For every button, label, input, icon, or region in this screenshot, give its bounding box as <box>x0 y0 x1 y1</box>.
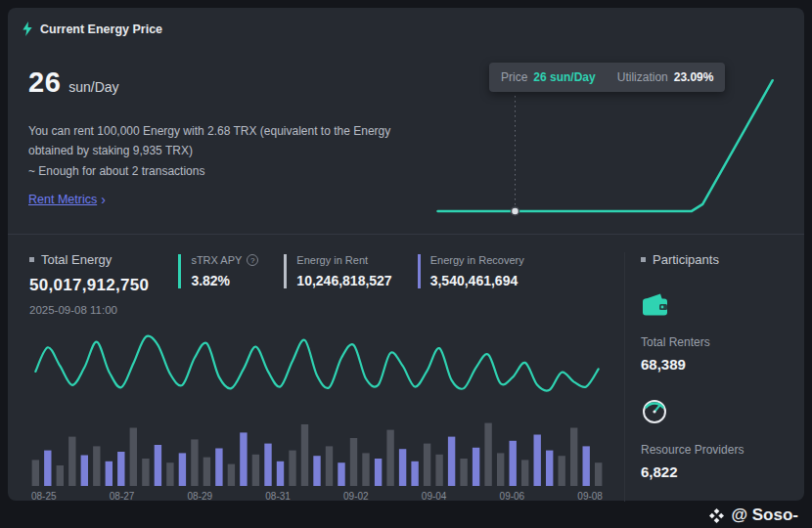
x-axis-label: 09-04 <box>422 491 447 502</box>
resource-providers-value: 6,822 <box>641 463 783 480</box>
energy-in-rent-label: Energy in Rent <box>296 254 368 266</box>
strx-apy-label: sTRX APY <box>191 254 242 266</box>
chevron-right-icon: › <box>101 192 106 207</box>
x-axis-label: 08-29 <box>188 491 213 502</box>
energy-in-rent-label-row: Energy in Rent <box>296 254 391 266</box>
x-axis-label: 08-27 <box>110 491 135 502</box>
watermark: @ Soso- <box>709 506 798 525</box>
watermark-text: @ Soso- <box>731 506 798 525</box>
total-energy-block: Total Energy 50,017,912,750 2025-09-08 1… <box>29 252 149 316</box>
bullet-icon <box>29 257 34 262</box>
rent-description-line: ~ Enough for about 2 transactions <box>28 161 390 181</box>
total-energy-header: Total Energy <box>29 252 149 267</box>
total-renters-label: Total Renters <box>641 335 783 349</box>
x-axis-label: 09-06 <box>500 491 525 502</box>
gauge-icon <box>641 398 783 429</box>
stats-section: Total Energy 50,017,912,750 2025-09-08 1… <box>8 235 804 502</box>
x-axis-label: 08-25 <box>31 491 57 502</box>
bullet-icon <box>641 257 646 262</box>
participants-title: Participants <box>653 252 719 267</box>
total-energy-timestamp: 2025-09-08 11:00 <box>29 304 149 316</box>
rent-metrics-label: Rent Metrics <box>28 193 97 206</box>
energy-in-rent-value: 10,246,818,527 <box>296 273 391 288</box>
chart-tooltip: Price 26 sun/Day Utilization 23.09% <box>489 63 725 92</box>
price-unit: sun/Day <box>68 79 118 95</box>
x-axis-label: 09-02 <box>343 491 369 502</box>
lightning-bolt-icon <box>22 22 33 36</box>
participants-panel: Participants Total Renters 68,389 <box>624 252 783 502</box>
tooltip-utilization-value: 23.09% <box>674 70 714 84</box>
energy-in-recovery-label-row: Energy in Recovery <box>430 254 524 266</box>
current-energy-price-section: Current Energy Price 26 sun/Day You can … <box>8 8 804 235</box>
info-icon[interactable]: ? <box>247 254 258 266</box>
rent-description: You can rent 100,000 Energy with 2.68 TR… <box>28 121 390 181</box>
rent-metrics-link[interactable]: Rent Metrics › <box>28 192 106 207</box>
diamond-logo-icon <box>709 508 724 523</box>
energy-in-recovery-card: Energy in Recovery 3,540,461,694 <box>418 254 524 288</box>
energy-in-rent-card: Energy in Rent 10,246,818,527 <box>284 254 391 288</box>
strx-apy-card: sTRX APY ? 3.82% <box>178 254 258 288</box>
section-header: Current Energy Price <box>22 22 162 36</box>
energy-chart-svg[interactable] <box>29 330 605 486</box>
x-axis-label: 08-31 <box>265 491 291 502</box>
rent-description-line: You can rent 100,000 Energy with 2.68 TR… <box>28 121 390 141</box>
energy-dashboard-card: Current Energy Price 26 sun/Day You can … <box>8 8 804 501</box>
energy-in-recovery-label: Energy in Recovery <box>430 254 524 266</box>
energy-in-recovery-value: 3,540,461,694 <box>430 273 524 288</box>
participants-header: Participants <box>641 252 783 267</box>
tooltip-utilization-label: Utilization <box>617 70 668 84</box>
total-energy-value: 50,017,912,750 <box>29 276 149 295</box>
rent-description-line: obtained by staking 9,935 TRX) <box>28 141 390 160</box>
stats-top-row: Total Energy 50,017,912,750 2025-09-08 1… <box>29 252 605 316</box>
strx-apy-label-row: sTRX APY ? <box>191 254 258 266</box>
total-energy-title: Total Energy <box>41 252 112 267</box>
x-axis-labels: 08-2508-2708-2908-3109-0209-0409-0609-08 <box>29 491 605 502</box>
section-title: Current Energy Price <box>40 22 162 36</box>
total-renters-value: 68,389 <box>641 356 783 373</box>
x-axis-label: 09-08 <box>577 491 603 502</box>
strx-apy-value: 3.82% <box>191 273 258 288</box>
total-energy-panel: Total Energy 50,017,912,750 2025-09-08 1… <box>29 252 605 502</box>
resource-providers-label: Resource Providers <box>641 443 783 457</box>
tooltip-price-value: 26 sun/Day <box>533 70 595 84</box>
stat-cards: sTRX APY ? 3.82% Energy in Rent 10,246,8… <box>178 254 523 288</box>
price-value: 26 <box>28 66 61 99</box>
wallet-icon <box>641 292 783 322</box>
current-price: 26 sun/Day <box>28 66 119 99</box>
tooltip-price-label: Price <box>501 70 527 84</box>
